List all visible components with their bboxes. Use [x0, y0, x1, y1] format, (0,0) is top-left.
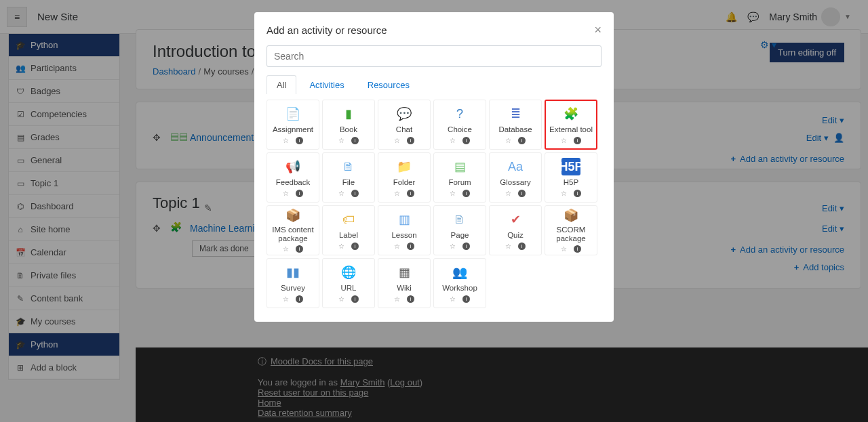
info-icon[interactable]: i — [518, 242, 526, 250]
activity-name-label: Survey — [281, 284, 305, 293]
activity-actions: i — [450, 295, 470, 303]
activity-option-database[interactable]: ≣Databasei — [489, 100, 542, 150]
label-icon: 🏷 — [339, 211, 358, 228]
activity-option-workshop[interactable]: 👥Workshopi — [433, 258, 486, 308]
activity-option-ims-content-package[interactable]: 📦IMS content packagei — [267, 205, 319, 255]
star-icon[interactable] — [338, 242, 344, 250]
activity-option-file[interactable]: 🗎Filei — [322, 152, 375, 203]
tab-activities[interactable]: Activities — [299, 75, 354, 94]
star-icon[interactable] — [561, 137, 567, 144]
info-icon[interactable]: i — [407, 242, 414, 250]
activity-option-survey[interactable]: ▮▮Surveyi — [267, 258, 319, 308]
activity-option-wiki[interactable]: ▦Wikii — [378, 258, 431, 308]
star-icon[interactable] — [394, 137, 400, 144]
activity-option-label[interactable]: 🏷Labeli — [322, 205, 375, 255]
activity-option-page[interactable]: 🗎Pagei — [433, 205, 486, 255]
star-icon[interactable] — [394, 190, 400, 197]
star-icon[interactable] — [394, 295, 400, 303]
info-icon[interactable]: i — [462, 190, 470, 197]
star-icon[interactable] — [338, 137, 344, 144]
activity-option-assignment[interactable]: 📄Assignmenti — [267, 100, 319, 150]
forum-icon: ▤ — [450, 158, 469, 175]
activity-option-h5p[interactable]: H5PH5Pi — [545, 152, 597, 203]
activity-option-folder[interactable]: 📁Folderi — [378, 152, 431, 203]
tab-resources[interactable]: Resources — [357, 75, 420, 94]
info-icon[interactable]: i — [518, 190, 526, 197]
lesson-icon: ▥ — [395, 211, 414, 228]
activity-actions: i — [394, 242, 414, 250]
info-icon[interactable]: i — [351, 295, 359, 303]
star-icon[interactable] — [338, 295, 344, 303]
star-icon[interactable] — [283, 137, 289, 144]
activity-option-lesson[interactable]: ▥Lessoni — [378, 205, 431, 255]
info-icon[interactable]: i — [296, 295, 303, 303]
activity-option-external-tool[interactable]: 🧩External tooli — [545, 100, 597, 150]
star-icon[interactable] — [561, 190, 567, 197]
info-icon[interactable]: i — [407, 190, 414, 197]
info-icon[interactable]: i — [462, 242, 470, 250]
tab-all[interactable]: All — [267, 75, 296, 94]
star-icon[interactable] — [450, 295, 456, 303]
activity-name-label: Book — [340, 125, 357, 134]
activity-actions: i — [505, 137, 526, 144]
info-icon[interactable]: i — [462, 137, 470, 144]
book-icon: ▮ — [339, 105, 358, 123]
activity-name-label: Glossary — [500, 178, 530, 187]
star-icon[interactable] — [505, 137, 511, 144]
activity-actions: i — [338, 242, 359, 250]
chat-icon: 💬 — [395, 105, 414, 123]
h5p-icon: H5P — [561, 158, 580, 175]
star-icon[interactable] — [283, 190, 289, 197]
activity-option-book[interactable]: ▮Booki — [322, 100, 375, 150]
activity-actions: i — [394, 190, 414, 197]
star-icon[interactable] — [394, 242, 400, 250]
activity-actions: i — [505, 190, 526, 197]
activity-option-forum[interactable]: ▤Forumi — [433, 152, 486, 203]
activity-chooser-modal: Add an activity or resource × AllActivit… — [254, 12, 614, 322]
info-icon[interactable]: i — [407, 295, 414, 303]
activity-actions: i — [394, 137, 414, 144]
info-icon[interactable]: i — [462, 295, 470, 303]
star-icon[interactable] — [561, 245, 567, 253]
ims-content-package-icon: 📦 — [283, 208, 302, 223]
activity-option-chat[interactable]: 💬Chati — [378, 100, 431, 150]
glossary-icon: Aa — [506, 158, 525, 175]
star-icon[interactable] — [338, 190, 344, 197]
close-icon[interactable]: × — [594, 23, 601, 37]
activity-actions: i — [561, 190, 581, 197]
activity-option-feedback[interactable]: 📢Feedbacki — [267, 152, 319, 203]
activity-option-quiz[interactable]: ✔Quizi — [489, 205, 542, 255]
search-input[interactable] — [267, 45, 601, 67]
info-icon[interactable]: i — [574, 190, 581, 197]
wiki-icon: ▦ — [395, 263, 414, 281]
star-icon[interactable] — [283, 245, 289, 253]
activity-name-label: External tool — [549, 125, 593, 134]
activity-option-scorm-package[interactable]: 📦SCORM packagei — [545, 205, 597, 255]
activity-option-choice[interactable]: ?Choicei — [433, 100, 486, 150]
info-icon[interactable]: i — [296, 190, 303, 197]
activity-name-label: Folder — [393, 178, 416, 187]
info-icon[interactable]: i — [351, 137, 359, 144]
activity-option-glossary[interactable]: AaGlossaryi — [489, 152, 542, 203]
star-icon[interactable] — [505, 242, 511, 250]
star-icon[interactable] — [283, 295, 289, 303]
database-icon: ≣ — [506, 105, 525, 123]
star-icon[interactable] — [505, 190, 511, 197]
info-icon[interactable]: i — [407, 137, 414, 144]
info-icon[interactable]: i — [296, 245, 303, 253]
info-icon[interactable]: i — [518, 137, 526, 144]
star-icon[interactable] — [450, 137, 456, 144]
star-icon[interactable] — [450, 242, 456, 250]
activity-name-label: SCORM package — [547, 226, 595, 242]
activity-actions: i — [283, 137, 303, 144]
activity-name-label: Lesson — [391, 231, 416, 240]
info-icon[interactable]: i — [574, 245, 581, 253]
info-icon[interactable]: i — [351, 242, 359, 250]
activity-option-url[interactable]: 🌐URLi — [322, 258, 375, 308]
star-icon[interactable] — [450, 190, 456, 197]
info-icon[interactable]: i — [296, 137, 303, 144]
activity-name-label: Choice — [448, 125, 472, 134]
info-icon[interactable]: i — [351, 190, 359, 197]
info-icon[interactable]: i — [574, 137, 581, 144]
quiz-icon: ✔ — [506, 211, 525, 228]
